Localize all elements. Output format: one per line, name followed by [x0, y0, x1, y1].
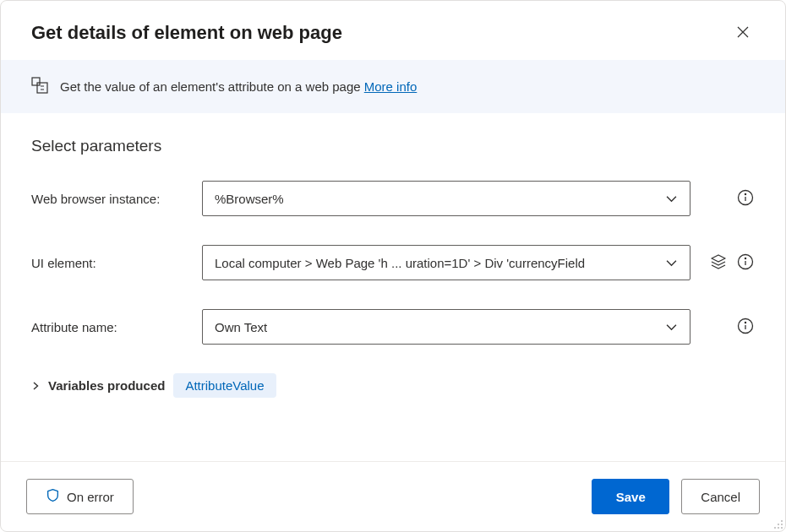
info-icon [737, 318, 754, 337]
variable-chip[interactable]: AttributeValue [173, 373, 276, 398]
dialog-footer: On error Save Cancel [1, 461, 785, 531]
svg-point-13 [781, 520, 783, 522]
shield-icon [46, 488, 60, 505]
ui-element-label: UI element: [31, 256, 192, 270]
section-title: Select parameters [31, 137, 755, 155]
variables-produced-row[interactable]: Variables produced AttributeValue [31, 373, 755, 398]
chevron-down-icon [659, 187, 683, 210]
attribute-side-icons [701, 318, 755, 336]
svg-rect-1 [37, 83, 47, 93]
close-icon [736, 25, 750, 41]
close-button[interactable] [731, 21, 755, 45]
variables-produced-label: Variables produced [48, 378, 165, 393]
footer-right: Save Cancel [592, 479, 760, 514]
dialog-header: Get details of element on web page [1, 1, 785, 60]
browser-side-icons [701, 189, 755, 208]
ui-element-picker-button[interactable] [709, 253, 728, 272]
info-icon [737, 189, 754, 209]
on-error-label: On error [67, 490, 114, 504]
svg-point-6 [745, 193, 745, 194]
resize-grip-icon[interactable] [772, 518, 783, 529]
svg-point-9 [745, 258, 745, 258]
attribute-value: Own Text [215, 320, 267, 334]
dialog-body: Select parameters Web browser instance: … [1, 113, 785, 461]
browser-value: %Browser% [215, 192, 284, 206]
info-icon [737, 253, 754, 273]
cancel-label: Cancel [701, 490, 740, 504]
chevron-down-icon [659, 315, 683, 339]
field-row-browser: Web browser instance: %Browser% [31, 181, 755, 216]
attribute-info-button[interactable] [736, 318, 755, 336]
ui-element-value: Local computer > Web Page 'h ... uration… [215, 256, 585, 270]
svg-point-16 [774, 527, 776, 529]
svg-rect-0 [32, 78, 40, 85]
layers-icon [710, 253, 727, 273]
attribute-label: Attribute name: [31, 320, 192, 334]
banner-text-prefix: Get the value of an element's attribute … [60, 79, 364, 94]
element-details-icon [31, 77, 48, 96]
chevron-right-icon [31, 379, 40, 393]
cancel-button[interactable]: Cancel [681, 479, 760, 514]
svg-point-18 [781, 527, 783, 529]
save-button[interactable]: Save [592, 479, 669, 514]
svg-point-14 [778, 524, 779, 525]
ui-element-side-icons [701, 253, 755, 272]
banner-text: Get the value of an element's attribute … [60, 79, 417, 94]
on-error-button[interactable]: On error [26, 479, 134, 514]
svg-point-12 [745, 322, 745, 323]
browser-combobox[interactable]: %Browser% [202, 181, 690, 216]
ui-element-info-button[interactable] [736, 253, 755, 272]
dialog: Get details of element on web page Get t… [0, 0, 786, 532]
more-info-link[interactable]: More info [364, 79, 418, 94]
save-label: Save [616, 490, 646, 504]
field-row-attribute: Attribute name: Own Text [31, 309, 755, 345]
ui-element-combobox[interactable]: Local computer > Web Page 'h ... uration… [202, 245, 690, 280]
svg-point-17 [778, 527, 779, 529]
info-banner: Get the value of an element's attribute … [1, 60, 785, 113]
attribute-combobox[interactable]: Own Text [202, 309, 690, 345]
dialog-title: Get details of element on web page [31, 22, 342, 44]
browser-info-button[interactable] [736, 189, 755, 208]
field-row-ui-element: UI element: Local computer > Web Page 'h… [31, 245, 755, 280]
svg-point-15 [781, 524, 783, 525]
chevron-down-icon [659, 251, 683, 274]
browser-label: Web browser instance: [31, 192, 192, 206]
